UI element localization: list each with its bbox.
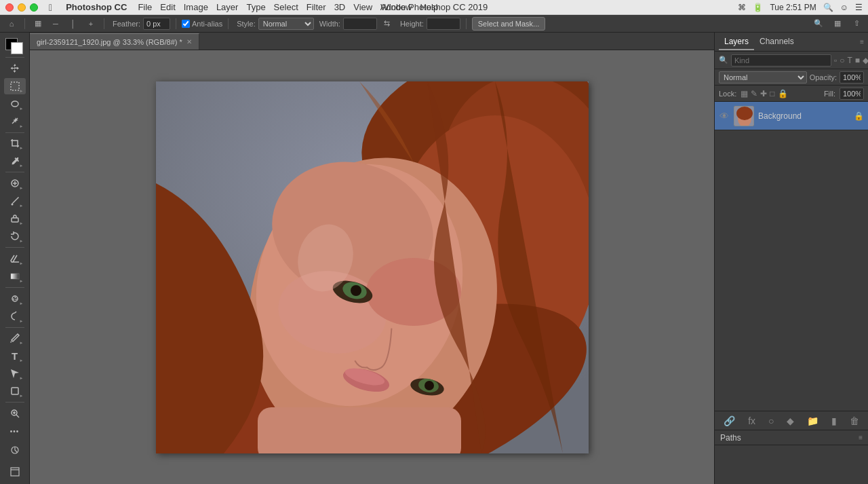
canvas-tab[interactable]: girl-2359121_1920.jpg @ 33.3% (RGB/8#) *…: [30, 33, 199, 50]
shape-button[interactable]: ►: [4, 383, 26, 399]
share-icon[interactable]: ⇧: [849, 17, 864, 31]
rect-marquee-icon[interactable]: ▦: [31, 17, 45, 31]
filter-pixel-icon[interactable]: ▫: [834, 56, 837, 65]
heal-brush-button[interactable]: ►: [4, 175, 26, 191]
dodge-button[interactable]: ►: [4, 308, 26, 324]
blend-mode-select[interactable]: Normal Dissolve Multiply Screen Overlay: [719, 71, 807, 83]
lasso-tool-button[interactable]: ►: [4, 96, 26, 112]
lock-position-icon[interactable]: ✚: [760, 89, 767, 98]
paths-title: Paths: [720, 433, 859, 443]
panel-tabs: Layers Channels ≡: [715, 33, 868, 52]
maximize-button[interactable]: [30, 3, 38, 12]
layer-item[interactable]: 👁 Background 🔒: [715, 102, 868, 130]
menu-layer[interactable]: Layer: [216, 2, 239, 12]
width-input[interactable]: [343, 18, 377, 30]
style-label: Style:: [237, 20, 256, 28]
home-button[interactable]: ⌂: [4, 17, 19, 31]
col-marquee-icon[interactable]: │: [66, 17, 81, 31]
gradient-button[interactable]: ►: [4, 268, 26, 284]
layer-visibility-icon[interactable]: 👁: [719, 111, 730, 122]
svg-point-10: [14, 297, 16, 300]
app-name[interactable]: Photoshop CC: [66, 2, 127, 12]
panel-options-icon[interactable]: ≡: [860, 38, 864, 45]
type-button[interactable]: T ►: [4, 348, 26, 364]
move-tool-button[interactable]: [4, 60, 26, 77]
screen-mode-button[interactable]: [4, 462, 26, 481]
tool-sep: [5, 57, 24, 58]
svg-point-6: [11, 204, 13, 206]
row-marquee-icon[interactable]: ─: [48, 17, 63, 31]
paths-options-icon[interactable]: ≡: [859, 434, 863, 441]
menu-view[interactable]: View: [353, 2, 372, 12]
filter-smart-icon[interactable]: ■: [855, 56, 860, 65]
feather-input[interactable]: [143, 18, 170, 30]
anti-alias-checkbox[interactable]: [182, 20, 190, 28]
svg-rect-12: [12, 388, 18, 394]
add-style-icon[interactable]: fx: [748, 415, 755, 426]
close-button[interactable]: [5, 3, 14, 12]
menu-bar:  Photoshop CC File Edit Image Layer Typ…: [0, 0, 868, 15]
eraser-button[interactable]: ►: [4, 250, 26, 267]
adjustment-icon[interactable]: ◆: [787, 415, 794, 426]
tool-sep6: [5, 327, 24, 328]
crop-tool-button[interactable]: ►: [4, 135, 26, 151]
height-input[interactable]: [427, 18, 460, 30]
add-mask-circle-icon[interactable]: ○: [768, 415, 774, 426]
zoom-button[interactable]: [4, 405, 26, 422]
lock-all-icon[interactable]: 🔒: [778, 89, 788, 98]
select-mask-button[interactable]: Select and Mask...: [472, 17, 546, 31]
filter-adjustment-icon[interactable]: ○: [840, 56, 844, 65]
search-toolbar-icon[interactable]: 🔍: [811, 17, 826, 31]
more-tools-button[interactable]: •••: [4, 423, 26, 439]
lock-artboard-icon[interactable]: □: [770, 89, 774, 98]
canvas-area: girl-2359121_1920.jpg @ 33.3% (RGB/8#) *…: [30, 33, 714, 484]
blur-button[interactable]: ►: [4, 291, 26, 307]
opacity-input[interactable]: [840, 71, 864, 83]
tab-close-icon[interactable]: ✕: [186, 38, 192, 45]
eyedropper-button[interactable]: ►: [4, 153, 26, 169]
menu-3d[interactable]: 3D: [334, 2, 346, 12]
layer-name: Background: [758, 111, 850, 121]
delete-layer-icon[interactable]: 🗑: [850, 415, 859, 426]
menu-filter[interactable]: Filter: [307, 2, 326, 12]
marquee-tool-button[interactable]: ►: [4, 78, 26, 94]
lock-transparent-icon[interactable]: ▦: [741, 89, 748, 98]
canvas-scroll-area[interactable]: [30, 50, 714, 484]
history-brush-button[interactable]: ►: [4, 228, 26, 244]
svg-line-11: [15, 312, 16, 313]
menu-select[interactable]: Select: [274, 2, 298, 12]
pen-button[interactable]: ►: [4, 330, 26, 346]
link-layers-icon[interactable]: 🔗: [724, 415, 735, 426]
fill-input[interactable]: [840, 88, 864, 100]
svg-line-14: [16, 415, 19, 417]
svg-line-2: [12, 118, 18, 124]
tab-layers[interactable]: Layers: [719, 34, 754, 50]
filter-toggle-icon[interactable]: ◆: [863, 56, 868, 65]
brush-button[interactable]: ►: [4, 193, 26, 209]
tool-sep2: [5, 132, 24, 133]
menu-image[interactable]: Image: [184, 2, 208, 12]
color-switcher[interactable]: [4, 35, 26, 52]
stamp-button[interactable]: ►: [4, 210, 26, 227]
arrange-windows-icon[interactable]: ▦: [830, 17, 845, 31]
lock-image-icon[interactable]: ✎: [751, 89, 757, 98]
layers-bottom-bar: 🔗 fx ○ ◆ 📁 ▮ 🗑: [715, 411, 868, 430]
tab-channels[interactable]: Channels: [754, 34, 800, 50]
new-layer-icon[interactable]: ▮: [831, 415, 837, 426]
quick-mask-button[interactable]: [4, 441, 26, 460]
style-select[interactable]: Normal Fixed Ratio Fixed Size: [258, 18, 314, 30]
filter-type-icon[interactable]: T: [848, 56, 852, 65]
search-icon[interactable]: 🔍: [823, 3, 833, 12]
svg-point-43: [736, 107, 753, 120]
menu-file[interactable]: File: [138, 2, 152, 12]
new-group-icon[interactable]: 📁: [807, 415, 818, 426]
magic-wand-button[interactable]: ►: [4, 113, 26, 130]
layer-filter-input[interactable]: [731, 54, 831, 67]
swap-icon[interactable]: ⇆: [380, 17, 395, 31]
menu-type[interactable]: Type: [246, 2, 265, 12]
path-select-button[interactable]: ►: [4, 365, 26, 381]
menu-edit[interactable]: Edit: [160, 2, 175, 12]
add-mode-icon[interactable]: +: [83, 17, 98, 31]
separator3: [176, 18, 176, 29]
minimize-button[interactable]: [18, 3, 26, 12]
